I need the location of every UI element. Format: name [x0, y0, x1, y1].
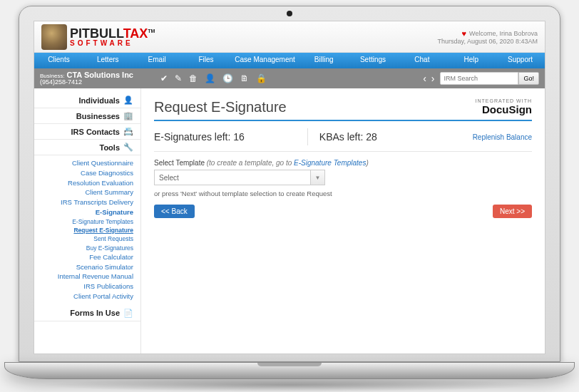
lock-icon[interactable]: 🔒 [256, 73, 267, 83]
welcome-text: Welcome, Irina Bobrova [469, 30, 538, 37]
next-button[interactable]: Next >> [493, 205, 532, 218]
business-phone: (954)258-7412 [40, 79, 133, 86]
docusign-name: DocuSign [476, 103, 532, 115]
tool-buy-e-signatures[interactable]: Buy E-Signatures [37, 244, 133, 252]
esignatures-left-block: E-Signatures left: 16 [154, 128, 308, 145]
tool-irs-transcripts-delivery[interactable]: IRS Transcripts Delivery [37, 197, 133, 207]
logo-tm: TM [148, 29, 155, 33]
tool-resolution-evaluation[interactable]: Resolution Evaluation [37, 178, 133, 188]
form-icon: 📄 [123, 309, 133, 318]
esignatures-left-label: E-Signatures left: [154, 131, 233, 143]
logo-subtitle: SOFTWARE [70, 40, 155, 47]
nav-support[interactable]: Support [496, 53, 545, 68]
select-template-label: Select Template (to create a template, g… [154, 159, 532, 167]
sidebar-forms-label: Forms In Use [70, 309, 120, 317]
tool-scenario-simulator[interactable]: Scenario Simulator [37, 262, 133, 272]
person-icon: 👤 [123, 96, 133, 105]
main-content: Request E-Signature INTEGRATED WITH Docu… [141, 88, 545, 354]
tool-irs-publications[interactable]: IRS Publications [37, 282, 133, 292]
contacts-icon: 📇 [123, 127, 133, 136]
document-icon[interactable]: 🗎 [240, 73, 249, 83]
tool-client-portal-activity[interactable]: Client Portal Activity [37, 292, 133, 301]
nav-billing[interactable]: Billing [299, 53, 349, 68]
back-button[interactable]: << Back [154, 205, 195, 218]
tool-internal-revenue-manual[interactable]: Internal Revenue Manual [37, 272, 133, 282]
sidebar-businesses-label: Businesses [76, 112, 120, 120]
next-arrow-icon[interactable]: › [430, 73, 436, 84]
tool-client-summary[interactable]: Client Summary [37, 187, 133, 197]
template-select[interactable]: Select ▼ [154, 170, 325, 185]
nav-files[interactable]: Files [182, 53, 231, 68]
prev-arrow-icon[interactable]: ‹ [421, 73, 428, 84]
header-timestamp: Thursday, August 06, 2020 8:43AM [438, 38, 538, 45]
delete-icon[interactable]: 🗑 [189, 73, 198, 83]
top-navigation: Clients Letters Email Files Case Managem… [34, 53, 545, 68]
sidebar-section-individuals[interactable]: Individuals 👤 [34, 93, 140, 108]
logo-tax-text: TAX [123, 26, 148, 41]
camera-dot [287, 11, 292, 16]
kbas-left-count: 28 [366, 131, 377, 143]
check-icon[interactable]: ✔ [160, 73, 168, 83]
integrated-with-label: INTEGRATED WITH [476, 98, 532, 103]
or-press-next-text: or press 'Next' without template selecti… [154, 190, 532, 197]
template-select-value: Select [159, 174, 179, 182]
user-icon[interactable]: 👤 [205, 73, 215, 83]
edit-icon[interactable]: ✎ [175, 73, 182, 83]
nav-chat[interactable]: Chat [397, 53, 446, 68]
business-name: CTA Solutions Inc [66, 71, 133, 79]
sidebar-section-businesses[interactable]: Businesses 🏢 [34, 108, 140, 124]
search-go-button[interactable]: Go! [518, 72, 539, 85]
kbas-left-label: KBAs left: [319, 131, 366, 143]
tool-request-e-signature[interactable]: Request E-Signature [37, 226, 133, 234]
nav-email[interactable]: Email [133, 53, 182, 68]
logo-bulldog-icon [41, 24, 67, 50]
select-hint-suffix: ) [366, 159, 368, 167]
tool-client-questionnaire[interactable]: Client Questionnaire [37, 158, 133, 168]
chevron-down-icon: ▼ [310, 170, 324, 185]
logo[interactable]: PITBULLTAXTM SOFTWARE [41, 24, 155, 50]
nav-help[interactable]: Help [446, 53, 496, 68]
nav-letters[interactable]: Letters [83, 53, 133, 68]
page-title: Request E-Signature [154, 99, 287, 115]
e-signature-templates-link[interactable]: E-Signature Templates [294, 159, 366, 167]
sidebar-section-irs-contacts[interactable]: IRS Contacts 📇 [34, 124, 140, 140]
docusign-badge: INTEGRATED WITH DocuSign [476, 98, 532, 115]
search-input[interactable] [440, 72, 518, 85]
laptop-base [4, 362, 575, 379]
sidebar-section-tools[interactable]: Tools 🔧 [34, 140, 140, 155]
tool-e-signature-templates[interactable]: E-Signature Templates [37, 217, 133, 226]
select-template-text: Select Template [154, 159, 207, 167]
business-label: Business: [40, 73, 65, 79]
clock-icon[interactable]: 🕒 [222, 73, 233, 83]
tool-sent-requests[interactable]: Sent Requests [37, 234, 133, 243]
sidebar-tools-label: Tools [99, 143, 120, 152]
kbas-left-block: KBAs left: 28 [308, 128, 473, 145]
nav-settings[interactable]: Settings [349, 53, 398, 68]
logo-main-text: PITBULL [70, 26, 123, 41]
tool-fee-calculator[interactable]: Fee Calculator [37, 252, 133, 262]
sidebar-irs-contacts-label: IRS Contacts [71, 128, 120, 136]
tool-e-signature[interactable]: E-Signature [37, 207, 133, 217]
app-header: PITBULLTAXTM SOFTWARE ♥ Welcome, Irina B… [34, 21, 545, 53]
replenish-balance-link[interactable]: Replenish Balance [473, 133, 532, 141]
sidebar-individuals-label: Individuals [79, 96, 120, 105]
context-bar: Business: CTA Solutions Inc (954)258-741… [34, 68, 545, 88]
tool-case-diagnostics[interactable]: Case Diagnostics [37, 168, 133, 178]
wrench-icon: 🔧 [123, 143, 133, 152]
nav-clients[interactable]: Clients [34, 53, 83, 68]
nav-case-management[interactable]: Case Management [230, 53, 299, 68]
select-hint-prefix: (to create a template, go to [207, 159, 294, 167]
esignatures-left-count: 16 [233, 131, 245, 143]
building-icon: 🏢 [123, 111, 133, 120]
left-sidebar: Individuals 👤 Businesses 🏢 IRS Contacts … [34, 88, 141, 354]
heart-icon: ♥ [462, 29, 467, 38]
sidebar-section-forms[interactable]: Forms In Use 📄 [34, 306, 140, 321]
